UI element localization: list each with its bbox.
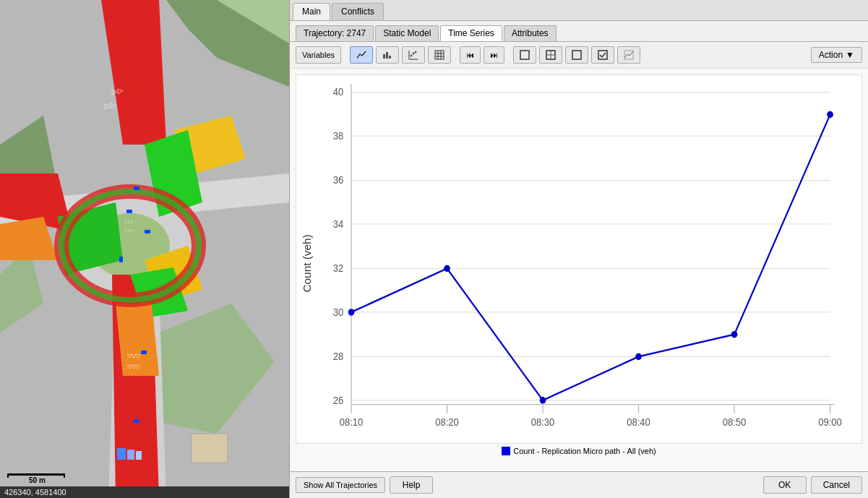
sub-tab-trajectory[interactable]: Trajectory: 2747 <box>296 25 374 41</box>
svg-rect-36 <box>117 448 126 460</box>
svg-rect-60 <box>572 51 581 59</box>
svg-rect-27 <box>141 351 147 354</box>
coordinates-display: 426340, 4581400 <box>4 488 66 497</box>
svg-rect-35 <box>192 434 228 463</box>
tab-main[interactable]: Main <box>293 3 330 20</box>
svg-rect-44 <box>386 52 388 59</box>
last-frame-button[interactable]: ⏭ <box>484 46 504 64</box>
svg-text:Count (veh): Count (veh) <box>301 234 312 292</box>
checkbox1-button[interactable] <box>513 46 536 64</box>
svg-text:38: 38 <box>333 130 343 142</box>
svg-text:08:10: 08:10 <box>340 417 364 429</box>
svg-text:08:40: 08:40 <box>627 417 650 429</box>
chart-bar-button[interactable] <box>376 46 399 64</box>
variables-button[interactable]: Variables <box>296 46 341 64</box>
svg-text:▽▽▽: ▽▽▽ <box>127 353 141 359</box>
svg-rect-38 <box>136 451 142 460</box>
chart-scatter-button[interactable] <box>402 46 425 64</box>
svg-text:26: 26 <box>333 395 343 406</box>
map-statusbar: 426340, 4581400 <box>0 486 289 498</box>
svg-rect-56 <box>520 51 529 59</box>
sub-tab-static-model[interactable]: Static Model <box>375 25 439 41</box>
chart-container: Count (veh) 40 38 36 34 <box>296 74 862 444</box>
sub-tab-time-series[interactable]: Time Series <box>440 25 502 41</box>
svg-text:50 m: 50 m <box>29 476 46 484</box>
svg-rect-23 <box>134 186 139 190</box>
svg-point-99 <box>731 331 738 338</box>
show-all-trajectories-button[interactable]: Show All Trajectories <box>296 477 385 493</box>
bottom-bar: Show All Trajectories Help OK Cancel <box>290 471 868 498</box>
chart-grid-button[interactable] <box>428 46 451 64</box>
svg-text:▷▷: ▷▷ <box>111 87 124 95</box>
svg-text:↑↑↑: ↑↑↑ <box>124 219 133 226</box>
svg-point-49 <box>413 53 415 55</box>
sub-tab-attributes[interactable]: Attributes <box>504 25 557 41</box>
chart-area: Count (veh) 40 38 36 34 <box>290 69 868 471</box>
svg-text:40: 40 <box>333 87 344 98</box>
checkbox-check-button[interactable] <box>591 46 614 64</box>
action-button[interactable]: Action ▼ <box>811 47 862 63</box>
map-panel[interactable]: ▷▷ ▷▷ ↑↑↑ ↑↑↑ ▽▽▽ ▽▽▽ 50 m 426340, 45814… <box>0 0 289 498</box>
svg-rect-61 <box>598 51 607 59</box>
svg-rect-41 <box>64 473 65 478</box>
tab-conflicts[interactable]: Conflicts <box>332 3 384 20</box>
svg-text:32: 32 <box>333 263 343 275</box>
svg-point-98 <box>635 353 642 360</box>
svg-rect-43 <box>383 54 385 59</box>
svg-rect-24 <box>126 210 132 213</box>
legend-text: Count - Replication Micro path - All (ve… <box>513 447 656 455</box>
right-panel: Main Conflicts Trajectory: 2747 Static M… <box>289 0 868 498</box>
svg-text:08:50: 08:50 <box>723 417 747 429</box>
svg-point-48 <box>411 55 413 57</box>
svg-point-50 <box>415 51 417 53</box>
svg-text:34: 34 <box>333 218 344 230</box>
chart-line-button[interactable] <box>350 46 373 64</box>
svg-rect-40 <box>7 473 9 478</box>
action-arrow: ▼ <box>846 50 854 60</box>
svg-text:09:00: 09:00 <box>818 417 842 429</box>
svg-rect-55 <box>435 51 444 59</box>
svg-text:36: 36 <box>333 175 343 186</box>
svg-text:28: 28 <box>333 351 343 363</box>
legend-color-box <box>502 447 510 455</box>
svg-point-95 <box>348 309 355 315</box>
svg-rect-63 <box>296 75 861 443</box>
svg-text:▷▷: ▷▷ <box>104 101 116 110</box>
svg-rect-45 <box>389 56 391 59</box>
svg-point-96 <box>444 265 450 272</box>
cancel-button[interactable]: Cancel <box>811 476 862 494</box>
main-tab-bar: Main Conflicts <box>290 0 868 21</box>
svg-text:08:30: 08:30 <box>531 417 555 429</box>
svg-text:08:20: 08:20 <box>435 417 459 429</box>
action-label: Action <box>819 50 843 60</box>
chart-legend: Count - Replication Micro path - All (ve… <box>296 447 862 455</box>
svg-rect-37 <box>127 450 134 460</box>
svg-point-97 <box>540 397 546 403</box>
first-frame-button[interactable]: ⏮ <box>460 46 481 64</box>
checkbox2-button[interactable] <box>565 46 588 64</box>
svg-text:↑↑↑: ↑↑↑ <box>124 228 133 234</box>
svg-text:30: 30 <box>333 306 344 318</box>
svg-text:▽▽▽: ▽▽▽ <box>127 364 141 370</box>
svg-rect-26 <box>119 257 123 262</box>
ok-button[interactable]: OK <box>763 476 807 494</box>
svg-rect-39 <box>7 473 65 476</box>
svg-rect-25 <box>145 230 150 233</box>
svg-point-100 <box>827 111 833 118</box>
sub-tab-bar: Trajectory: 2747 Static Model Time Serie… <box>290 21 868 42</box>
chart-extra-button[interactable] <box>617 46 640 64</box>
checkbox-grid-button[interactable] <box>539 46 562 64</box>
svg-rect-28 <box>134 419 139 423</box>
toolbar: Variables ⏮ ⏭ <box>290 42 868 69</box>
help-button[interactable]: Help <box>390 476 433 494</box>
